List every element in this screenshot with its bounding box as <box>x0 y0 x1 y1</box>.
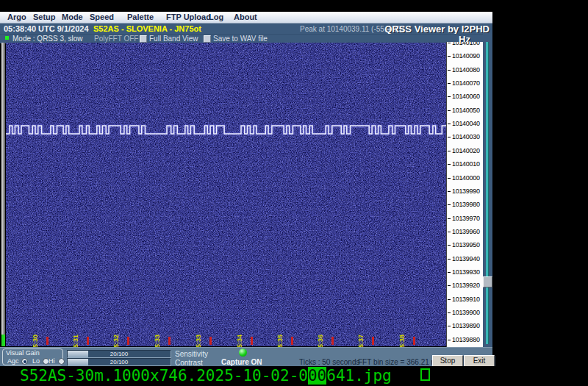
visual-gain-radio-agc[interactable] <box>21 358 28 365</box>
freq-tick-mark <box>448 299 451 300</box>
freq-tick-mark <box>448 83 451 84</box>
sensitivity-slider[interactable]: 20/100 <box>67 350 171 358</box>
freq-label-row: 10140030 <box>447 133 484 140</box>
contrast-slider[interactable]: 20/100 <box>67 358 171 366</box>
ticks-info: Ticks : 50 seconds <box>299 358 359 366</box>
freq-tick-mark <box>448 232 451 232</box>
visual-gain-option-label-lo: Lo <box>32 357 40 365</box>
visual-gain-groupbox: Visual Gain AgcLoHi <box>2 349 63 365</box>
freq-label-row: 10140100 <box>447 42 484 46</box>
freq-label-row: 10139990 <box>447 187 484 195</box>
save-wav-checkbox[interactable] <box>204 35 211 43</box>
exit-button[interactable]: Exit <box>464 355 495 367</box>
freq-label: 10140020 <box>452 147 480 154</box>
polyfft-status[interactable]: PolyFFT OFF <box>94 35 138 43</box>
column-progress-fill <box>1 335 5 346</box>
time-tick-mark <box>168 337 171 345</box>
station-callsign: S52AS - SLOVENIA - JN75ot <box>93 24 201 33</box>
menu-item-speed[interactable]: Speed <box>90 12 114 21</box>
freq-label-row: 10140060 <box>447 93 484 100</box>
waterfall-display: 05:3005:3105:3205:3305:3305:3405:3505:36… <box>6 43 446 346</box>
menu-item-about[interactable]: About <box>234 12 257 21</box>
freq-label-row: 10140090 <box>447 52 484 60</box>
freq-label: 10139980 <box>452 201 480 208</box>
visual-gain-option-label-hi: Hi <box>49 357 55 365</box>
freq-label: 10139970 <box>452 215 480 222</box>
freq-label: 10140070 <box>452 79 480 87</box>
freq-label: 10139890 <box>452 322 480 329</box>
utc-datetime: 05:38:40 UTC 9/1/2024 <box>4 24 89 33</box>
control-bar: Visual Gain AgcLoHi 20/100 Sensitivity 2… <box>0 347 492 366</box>
time-tick-mark <box>209 337 212 345</box>
freq-label: 10139930 <box>452 268 480 276</box>
freq-label-row: 10140000 <box>447 174 484 182</box>
scrollbar-thumb[interactable] <box>483 276 492 287</box>
freq-tick-mark <box>448 259 451 260</box>
sensitivity-label: Sensitivity <box>175 350 208 358</box>
freq-label-row: 10140020 <box>447 147 484 154</box>
freq-tick-mark <box>448 191 451 192</box>
stop-button[interactable]: Stop <box>432 355 463 367</box>
freq-label: 10139910 <box>452 296 480 303</box>
freq-label-row: 10139960 <box>447 228 484 235</box>
freq-label: 10139960 <box>452 228 480 235</box>
freq-label: 10139940 <box>452 255 480 262</box>
freq-label-row: 10139880 <box>447 336 484 343</box>
menu-bar: ArgoSetupModeSpeedPaletteFTP UploadLogAb… <box>0 12 492 24</box>
freq-tick-mark <box>448 151 451 151</box>
freq-label: 10139950 <box>452 241 480 249</box>
sensitivity-value: 20/100 <box>68 351 171 357</box>
time-tick-mark <box>251 337 253 345</box>
save-wav-label: Save to WAV file <box>213 35 268 43</box>
freq-tick-mark <box>448 272 451 273</box>
freq-label-row: 10139920 <box>447 282 484 289</box>
scrollbar-track[interactable] <box>486 42 489 344</box>
freq-label-row: 10140040 <box>447 120 484 127</box>
freq-label: 10140000 <box>452 174 480 182</box>
menu-item-ftp-upload[interactable]: FTP Upload <box>166 12 211 21</box>
freq-tick-mark <box>448 70 451 71</box>
column-progress-strip <box>1 43 5 346</box>
freq-label: 10140040 <box>452 120 480 127</box>
freq-label-row: 10139910 <box>447 296 484 303</box>
freq-label: 10140090 <box>452 52 480 60</box>
frequency-scale: 1014010010140090101400801014007010140060… <box>446 42 484 347</box>
filename-bar: S52AS-30m.1000x746.2025-10-02-000641.jpg <box>0 366 588 384</box>
time-tick-mark <box>372 337 374 345</box>
freq-label: 10139990 <box>452 187 480 195</box>
freq-label-row: 10139930 <box>447 268 484 276</box>
time-tick-mark <box>331 337 334 345</box>
freq-label-row: 10139950 <box>447 241 484 249</box>
menu-item-argo[interactable]: Argo <box>7 12 26 21</box>
menu-item-setup[interactable]: Setup <box>33 12 56 21</box>
radio-selected-dot <box>24 360 26 363</box>
freq-label: 10139880 <box>452 336 480 343</box>
full-band-view-checkbox[interactable] <box>140 35 147 43</box>
menu-item-palette[interactable]: Palette <box>127 12 154 21</box>
freq-label-row: 10139970 <box>447 215 484 222</box>
freq-label: 10140010 <box>452 160 480 168</box>
time-tick-mark <box>127 337 129 345</box>
menu-item-mode[interactable]: Mode <box>62 12 83 21</box>
contrast-value: 20/100 <box>68 359 171 365</box>
freq-label-row: 10140010 <box>447 160 484 168</box>
visual-gain-option-label-agc: Agc <box>7 357 19 365</box>
visual-gain-radio-hi[interactable] <box>58 358 65 365</box>
freq-tick-mark <box>448 178 451 179</box>
freq-tick-mark <box>448 245 451 246</box>
capture-filename: S52AS-30m.1000x746.2025-10-02-000641.jpg <box>20 367 392 385</box>
text-cursor <box>420 368 430 381</box>
filename-prefix: S52AS-30m.1000x746.2025-10-02-0 <box>20 367 308 385</box>
full-band-view-label: Full Band View <box>149 35 198 43</box>
freq-tick-mark <box>448 43 451 43</box>
status-bar: 05:38:40 UTC 9/1/2024 S52AS - SLOVENIA -… <box>0 24 492 34</box>
freq-tick-mark <box>448 164 451 165</box>
screen: { "window": { "title": "QRSS Viewer by I… <box>0 0 588 386</box>
visual-gain-label: Visual Gain <box>6 349 40 357</box>
freq-tick-mark <box>448 326 451 326</box>
time-tick-mark <box>291 337 293 345</box>
freq-tick-mark <box>448 56 451 57</box>
menu-item-log[interactable]: Log <box>209 12 223 21</box>
time-tick-mark <box>413 337 415 345</box>
freq-tick-mark <box>448 285 451 286</box>
